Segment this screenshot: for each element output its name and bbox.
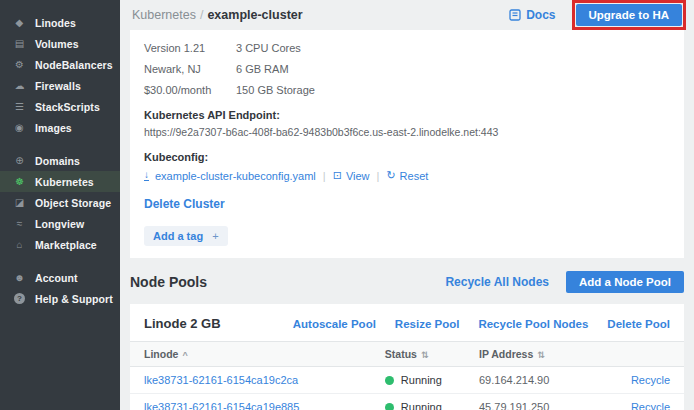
node-pools-actions: Recycle All Nodes Add a Node Pool: [445, 271, 684, 293]
pool-head: Linode 2 GB Autoscale Pool Resize Pool R…: [130, 314, 684, 341]
volumes-icon: ▤: [13, 38, 26, 49]
sidebar-item-object-storage[interactable]: ◪ Object Storage: [0, 192, 120, 213]
sidebar-item-help-support[interactable]: ? Help & Support: [0, 288, 120, 309]
node-link[interactable]: lke38731-62161-6154ca19e885: [144, 401, 299, 410]
docs-label: Docs: [526, 8, 555, 22]
sidebar-item-marketplace[interactable]: ⌂ Marketplace: [0, 234, 120, 255]
divider: |: [377, 170, 380, 182]
sidebar-item-label: Kubernetes: [35, 176, 94, 188]
kubeconfig-file-link[interactable]: example-cluster-kubeconfig.yaml: [155, 170, 316, 182]
sidebar-item-firewalls[interactable]: ☁ Firewalls: [0, 75, 120, 96]
docs-icon: [509, 9, 521, 21]
download-icon[interactable]: ↓: [144, 170, 149, 181]
view-link[interactable]: View: [346, 170, 370, 182]
delete-cluster-row: Delete Cluster: [144, 197, 670, 211]
sidebar-item-label: Object Storage: [35, 197, 111, 209]
add-tag-button[interactable]: Add a tag +: [144, 226, 228, 246]
sidebar-item-stackscripts[interactable]: ☰ StackScripts: [0, 96, 120, 117]
resize-pool-link[interactable]: Resize Pool: [395, 318, 460, 330]
stackscripts-icon: ☰: [13, 101, 26, 112]
sidebar-item-label: Longview: [35, 218, 84, 230]
kubeconfig-label: Kubeconfig:: [144, 151, 670, 163]
status-text: Running: [401, 374, 442, 386]
node-ip: 45.79.191.250: [479, 394, 601, 410]
column-header-ip[interactable]: IP Address⇅: [479, 342, 601, 367]
sidebar-item-label: Account: [35, 272, 78, 284]
breadcrumb-current-cluster: example-cluster: [207, 8, 302, 22]
sidebar-item-images[interactable]: ◉ Images: [0, 117, 120, 138]
spec-cpu: 3 CPU Cores: [236, 42, 670, 54]
autoscale-pool-link[interactable]: Autoscale Pool: [293, 318, 376, 330]
docs-link[interactable]: Docs: [509, 8, 555, 22]
status-running-dot: [385, 403, 394, 410]
node-link[interactable]: lke38731-62161-6154ca19c2ca: [144, 374, 298, 386]
sidebar-item-kubernetes[interactable]: ☸ Kubernetes: [0, 171, 120, 192]
sidebar-section-compute: ◆ Linodes ▤ Volumes ⚙ NodeBalancers ☁ Fi…: [0, 12, 120, 138]
nodebalancers-icon: ⚙: [13, 59, 26, 70]
recycle-all-nodes-link[interactable]: Recycle All Nodes: [445, 275, 549, 289]
table-row: lke38731-62161-6154ca19e885 Running 45.7…: [130, 394, 684, 410]
add-tag-label: Add a tag: [153, 230, 203, 242]
breadcrumb-separator: /: [200, 8, 203, 22]
kubeconfig-actions: ↓ example-cluster-kubeconfig.yaml | ⊡ Vi…: [144, 169, 670, 182]
cluster-specs: Version 1.21 3 CPU Cores Newark, NJ 6 GB…: [144, 42, 670, 96]
add-node-pool-button[interactable]: Add a Node Pool: [566, 271, 684, 293]
view-icon: ⊡: [333, 169, 342, 182]
spec-ram: 6 GB RAM: [236, 63, 670, 75]
breadcrumb: Kubernetes/example-cluster: [132, 8, 303, 22]
images-icon: ◉: [13, 122, 26, 133]
pool-nodes-table: Linode^ Status⇅ IP Address⇅ lke38731-621…: [130, 341, 684, 410]
api-endpoint-label: Kubernetes API Endpoint:: [144, 109, 670, 121]
sidebar-item-nodebalancers[interactable]: ⚙ NodeBalancers: [0, 54, 120, 75]
spec-price: $30.00/month: [144, 84, 236, 96]
sidebar-item-longview[interactable]: ≈ Longview: [0, 213, 120, 234]
recycle-pool-nodes-link[interactable]: Recycle Pool Nodes: [478, 318, 588, 330]
divider: |: [323, 170, 326, 182]
status-text: Running: [401, 401, 442, 410]
sidebar-item-label: StackScripts: [35, 101, 100, 113]
sidebar-item-domains[interactable]: ⊕ Domains: [0, 150, 120, 171]
object-storage-icon: ◪: [13, 197, 26, 208]
sort-asc-icon: ^: [182, 350, 187, 360]
domains-icon: ⊕: [13, 155, 26, 166]
linodes-icon: ◆: [13, 17, 26, 28]
cluster-summary-card: Version 1.21 3 CPU Cores Newark, NJ 6 GB…: [130, 30, 684, 258]
pool-action-links: Autoscale Pool Resize Pool Recycle Pool …: [274, 318, 670, 330]
api-endpoint-url: https://9e2a7307-b6ac-408f-ba62-9483b0b3…: [144, 126, 670, 138]
spec-region: Newark, NJ: [144, 63, 236, 75]
breadcrumb-kubernetes-link[interactable]: Kubernetes: [132, 8, 196, 22]
topbar: Kubernetes/example-cluster Docs Upgrade …: [120, 0, 694, 30]
sort-icon: ⇅: [537, 350, 545, 360]
node-ip: 69.164.214.90: [479, 367, 601, 394]
sidebar-item-linodes[interactable]: ◆ Linodes: [0, 12, 120, 33]
sidebar-item-label: Images: [35, 122, 72, 134]
recycle-node-link[interactable]: Recycle: [631, 401, 670, 410]
delete-pool-link[interactable]: Delete Pool: [607, 318, 670, 330]
sidebar-item-label: Help & Support: [35, 293, 113, 305]
reset-link[interactable]: Reset: [400, 170, 429, 182]
plus-icon: +: [212, 230, 218, 242]
account-icon: ☻: [13, 272, 26, 283]
sort-icon: ⇅: [421, 350, 429, 360]
column-header-status[interactable]: Status⇅: [385, 342, 479, 367]
help-icon: ?: [14, 293, 25, 304]
marketplace-icon: ⌂: [13, 239, 26, 250]
longview-icon: ≈: [13, 218, 26, 229]
column-label: IP Address: [479, 348, 533, 360]
upgrade-to-ha-button[interactable]: Upgrade to HA: [576, 4, 683, 26]
sidebar-item-label: Firewalls: [35, 80, 81, 92]
sidebar-item-account[interactable]: ☻ Account: [0, 267, 120, 288]
firewalls-icon: ☁: [13, 80, 26, 91]
spec-version: Version 1.21: [144, 42, 236, 54]
delete-cluster-link[interactable]: Delete Cluster: [144, 197, 225, 211]
node-pools-header: Node Pools Recycle All Nodes Add a Node …: [130, 271, 684, 293]
table-row: lke38731-62161-6154ca19c2ca Running 69.1…: [130, 367, 684, 394]
sidebar-item-volumes[interactable]: ▤ Volumes: [0, 33, 120, 54]
column-header-linode[interactable]: Linode^: [130, 342, 385, 367]
sidebar-section-account: ☻ Account ? Help & Support: [0, 267, 120, 309]
sidebar-item-label: Volumes: [35, 38, 79, 50]
node-pools-title: Node Pools: [130, 274, 207, 290]
sidebar-item-label: Linodes: [35, 17, 76, 29]
recycle-node-link[interactable]: Recycle: [631, 374, 670, 386]
sidebar-item-label: Domains: [35, 155, 80, 167]
